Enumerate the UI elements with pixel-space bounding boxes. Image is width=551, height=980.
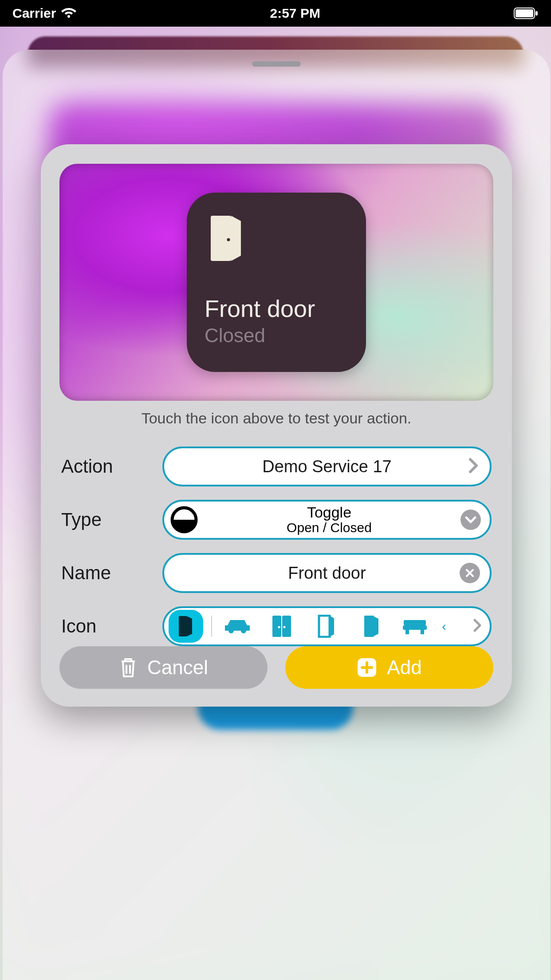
door-icon [206,214,348,265]
icon-option-door-open[interactable] [309,610,343,643]
icon-option-car[interactable] [220,610,255,643]
chevron-right-icon [468,458,478,475]
svg-rect-13 [404,620,426,625]
svg-rect-1 [516,9,533,17]
battery-icon [514,8,539,19]
name-input[interactable]: Front door [162,553,492,593]
icon-option-door-ajar[interactable] [353,610,388,643]
svg-point-10 [283,626,286,628]
type-label: Type [61,509,150,530]
svg-rect-2 [535,11,538,16]
toggle-icon [170,506,198,533]
icon-option-more[interactable]: ‹ [442,619,446,634]
icon-option-double-door[interactable] [264,610,299,643]
icon-option-bench[interactable] [398,610,432,643]
name-value: Front door [288,564,366,583]
svg-point-4 [227,238,230,241]
form: Action Demo Service 17 Type Toggle Open … [59,447,493,646]
clear-icon[interactable] [460,563,480,583]
tile-subtitle: Closed [205,324,348,347]
preview-hint: Touch the icon above to test your action… [59,410,493,427]
svg-rect-15 [405,630,409,634]
status-bar: Carrier 2:57 PM [0,0,551,27]
icon-picker[interactable]: ‹ [162,606,492,646]
row-action: Action Demo Service 17 [61,447,492,486]
type-sub: Open / Closed [287,521,372,535]
add-label: Add [387,656,421,679]
plus-icon [357,657,377,678]
wifi-icon [61,8,76,19]
action-tile[interactable]: Front door Closed [187,193,366,372]
clock: 2:57 PM [270,6,320,21]
tile-title: Front door [205,296,348,322]
name-label: Name [61,562,150,584]
svg-rect-8 [282,616,291,637]
svg-rect-7 [272,616,281,637]
row-icon: Icon [61,606,492,646]
icon-option-door-closed[interactable] [169,610,203,643]
svg-rect-3 [211,216,231,261]
carrier-label: Carrier [12,6,56,21]
edit-action-card: Front door Closed Touch the icon above t… [41,144,512,707]
chevron-down-icon [460,510,481,530]
row-type: Type Toggle Open / Closed [61,500,492,540]
svg-rect-11 [319,616,330,637]
svg-rect-14 [403,625,427,630]
icon-label: Icon [61,616,150,637]
trash-icon [119,657,138,678]
svg-rect-6 [179,616,187,636]
action-label: Action [61,456,150,477]
row-name: Name Front door [61,553,492,593]
svg-rect-16 [421,630,424,634]
button-row: Cancel Add [59,646,493,689]
type-main: Toggle [307,505,351,521]
sheet-grabber[interactable] [252,61,301,67]
chevron-right-icon[interactable] [473,618,482,634]
icon-separator [211,616,212,637]
cancel-button[interactable]: Cancel [59,646,268,689]
action-value: Demo Service 17 [262,457,391,476]
preview-area: Front door Closed [59,164,493,401]
svg-rect-12 [364,616,374,637]
cancel-label: Cancel [147,656,208,679]
svg-point-9 [278,626,280,628]
type-picker[interactable]: Toggle Open / Closed [162,500,492,540]
action-picker[interactable]: Demo Service 17 [162,447,492,486]
add-button[interactable]: Add [285,646,493,689]
